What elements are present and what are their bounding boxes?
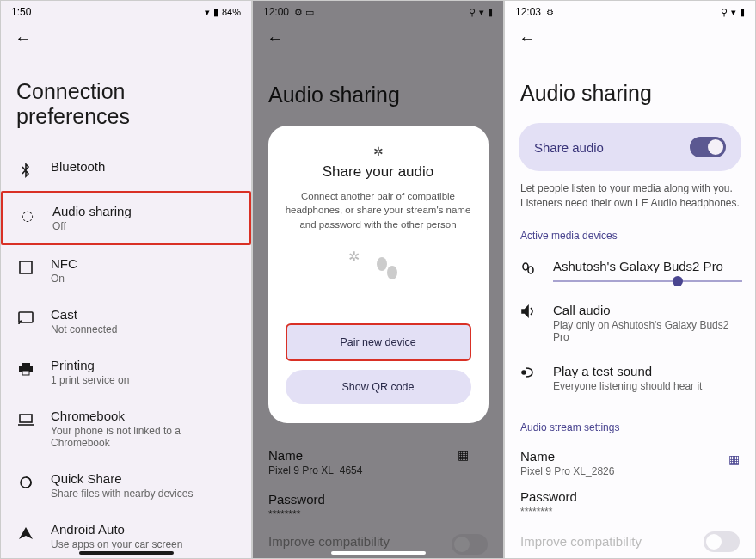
svg-point-6 bbox=[377, 257, 387, 271]
stream-name-field[interactable]: Name Pixel 9 Pro XL_2826 ▦ bbox=[505, 440, 755, 482]
test-sound-label: Play a test sound bbox=[553, 364, 702, 378]
wifi-icon: ▾ bbox=[731, 7, 736, 18]
item-printing[interactable]: Printing 1 print service on bbox=[1, 347, 251, 397]
item-sub: Not connected bbox=[51, 323, 117, 335]
call-audio-sub: Play only on Ashutosh's Galaxy Buds2 Pro bbox=[553, 319, 740, 343]
improve-label: Improve compatibility bbox=[520, 534, 642, 549]
android-auto-icon bbox=[16, 524, 35, 543]
device-name: Ashutosh's Galaxy Buds2 Pro bbox=[553, 259, 742, 273]
quick-share-icon bbox=[16, 473, 35, 492]
share-audio-modal: ✲ Share your audio Connect another pair … bbox=[268, 126, 489, 422]
item-sub: 1 print service on bbox=[51, 374, 129, 386]
nfc-icon bbox=[16, 258, 35, 277]
call-audio-item[interactable]: Call audio Play only on Ashutosh's Galax… bbox=[505, 292, 755, 353]
cast-icon bbox=[16, 309, 35, 328]
item-label: Android Auto bbox=[51, 522, 182, 537]
active-device-item[interactable]: Ashutosh's Galaxy Buds2 Pro bbox=[505, 249, 755, 292]
volume-slider[interactable] bbox=[553, 280, 742, 282]
page-title: Audio sharing bbox=[505, 48, 755, 123]
page-title: Connection preferences bbox=[1, 48, 251, 148]
svg-rect-4 bbox=[22, 371, 29, 375]
section-active-devices: Active media devices bbox=[505, 211, 755, 249]
back-button[interactable]: ← bbox=[15, 28, 32, 48]
play-test-sound-item[interactable]: Play a test sound Everyone listening sho… bbox=[505, 353, 755, 402]
item-sub: On bbox=[51, 273, 77, 285]
chromebook-icon bbox=[16, 410, 35, 429]
earbuds-icon bbox=[520, 261, 539, 276]
battery-icon: ▮ bbox=[213, 7, 218, 18]
modal-title: Share your audio bbox=[286, 163, 471, 181]
svg-point-8 bbox=[523, 263, 528, 270]
share-audio-desc: Let people listen to your media along wi… bbox=[505, 171, 755, 211]
qr-icon[interactable]: ▦ bbox=[728, 452, 740, 466]
status-bar: 12:03 ⚙ ⚲ ▾ ▮ bbox=[505, 1, 755, 20]
field-value: Pixel 9 Pro XL_2826 bbox=[520, 465, 614, 477]
modal-illustration: ✲ bbox=[286, 249, 471, 289]
item-quick-share[interactable]: Quick Share Share files with nearby devi… bbox=[1, 460, 251, 511]
battery-text: 84% bbox=[222, 7, 241, 17]
item-label: Printing bbox=[51, 358, 129, 372]
printer-icon bbox=[16, 359, 35, 378]
test-sound-sub: Everyone listening should hear it bbox=[553, 380, 702, 392]
phone-connection-preferences: 1:50 ▾ ▮ 84% ← Connection preferences Bl… bbox=[0, 0, 252, 559]
item-sub: Your phone is not linked to a Chromebook bbox=[51, 425, 236, 449]
status-bar: 1:50 ▾ ▮ 84% bbox=[1, 1, 251, 20]
slider-thumb[interactable] bbox=[673, 276, 683, 286]
item-audio-sharing[interactable]: ◌ Audio sharing Off bbox=[1, 191, 251, 245]
stream-password-field[interactable]: Password ******** bbox=[505, 482, 755, 523]
svg-point-9 bbox=[528, 267, 533, 273]
svg-rect-2 bbox=[22, 363, 30, 366]
speaker-icon bbox=[520, 304, 539, 318]
item-label: NFC bbox=[51, 256, 77, 271]
item-label: Bluetooth bbox=[51, 159, 105, 174]
audio-sharing-icon: ◌ bbox=[18, 206, 37, 224]
status-extra-icon: ⚙ bbox=[546, 8, 554, 17]
call-audio-label: Call audio bbox=[553, 303, 740, 317]
back-button[interactable]: ← bbox=[519, 28, 536, 48]
item-label: Chromebook bbox=[51, 408, 236, 423]
svg-rect-0 bbox=[20, 261, 32, 273]
bt-icon: ⚲ bbox=[721, 7, 728, 18]
share-audio-row[interactable]: Share audio bbox=[519, 123, 741, 171]
svg-rect-5 bbox=[20, 415, 32, 422]
phone-audio-sharing-modal: 12:00 ⚙ ▭ ⚲ ▾ ▮ ← Audio sharing Name Pix… bbox=[252, 0, 504, 559]
share-audio-toggle[interactable] bbox=[690, 137, 726, 157]
phone-audio-sharing-settings: 12:03 ⚙ ⚲ ▾ ▮ ← Audio sharing Share audi… bbox=[504, 0, 756, 559]
item-sub: Off bbox=[52, 220, 132, 232]
bluetooth-icon bbox=[16, 161, 35, 180]
pair-new-device-button[interactable]: Pair new device bbox=[286, 323, 471, 361]
show-qr-code-button[interactable]: Show QR code bbox=[286, 370, 471, 404]
improve-toggle[interactable] bbox=[704, 531, 740, 552]
wifi-icon: ▾ bbox=[205, 7, 210, 18]
nav-pill bbox=[79, 551, 174, 555]
status-time: 12:03 bbox=[515, 6, 541, 18]
item-label: Audio sharing bbox=[52, 204, 132, 218]
section-stream-settings: Audio stream settings bbox=[505, 402, 755, 440]
field-label: Password bbox=[520, 489, 740, 504]
item-chromebook[interactable]: Chromebook Your phone is not linked to a… bbox=[1, 397, 251, 460]
item-nfc[interactable]: NFC On bbox=[1, 245, 251, 296]
improve-compat-row[interactable]: Improve compatibility bbox=[505, 523, 755, 552]
sound-icon bbox=[520, 366, 539, 379]
modal-desc: Connect another pair of compatible headp… bbox=[286, 189, 471, 230]
item-label: Quick Share bbox=[51, 471, 193, 486]
item-sub: Use apps on your car screen bbox=[51, 538, 182, 550]
item-bluetooth[interactable]: Bluetooth bbox=[1, 148, 251, 191]
svg-point-10 bbox=[522, 371, 526, 374]
item-cast[interactable]: Cast Not connected bbox=[1, 296, 251, 347]
field-value: ******** bbox=[520, 506, 740, 518]
modal-scrim[interactable]: ✲ Share your audio Connect another pair … bbox=[253, 1, 503, 558]
status-time: 1:50 bbox=[11, 6, 31, 18]
item-sub: Share files with nearby devices bbox=[51, 488, 193, 500]
share-icon: ✲ bbox=[286, 144, 471, 158]
nav-pill bbox=[331, 551, 426, 555]
field-label: Name bbox=[520, 449, 614, 464]
svg-point-7 bbox=[387, 266, 397, 280]
battery-icon: ▮ bbox=[740, 7, 745, 18]
share-audio-label: Share audio bbox=[534, 140, 604, 155]
item-label: Cast bbox=[51, 307, 117, 322]
